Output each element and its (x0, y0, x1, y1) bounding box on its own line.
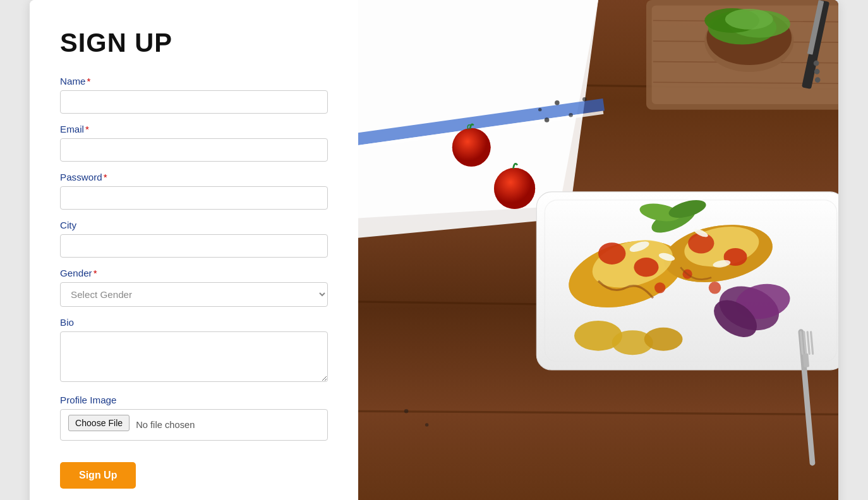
city-input[interactable] (60, 234, 328, 258)
page-title: SIGN UP (60, 28, 328, 58)
form-section: SIGN UP Name* Email* Password* City (30, 0, 358, 500)
svg-point-24 (688, 233, 714, 254)
gender-select[interactable]: Select Gender Male Female Other (60, 282, 328, 307)
profile-image-group: Profile Image Choose File No file chosen (60, 395, 328, 441)
svg-point-32 (654, 282, 665, 293)
choose-file-button[interactable]: Choose File (68, 415, 130, 431)
name-group: Name* (60, 76, 328, 114)
svg-point-13 (494, 168, 535, 209)
svg-point-68 (582, 97, 587, 102)
food-image-section (358, 0, 838, 500)
svg-point-65 (555, 100, 560, 105)
city-group: City (60, 220, 328, 258)
food-image (358, 0, 838, 500)
svg-point-22 (598, 242, 625, 265)
bio-input[interactable] (60, 331, 328, 382)
signup-card: SIGN UP Name* Email* Password* City (30, 0, 838, 500)
svg-point-70 (404, 409, 409, 414)
email-group: Email* (60, 124, 328, 162)
gender-label: Gender* (60, 268, 328, 278)
svg-point-23 (634, 258, 658, 277)
svg-point-41 (644, 328, 683, 351)
file-input-wrapper: Choose File No file chosen (60, 409, 328, 441)
name-input[interactable] (60, 90, 328, 114)
svg-point-11 (452, 128, 491, 167)
city-label: City (60, 220, 328, 230)
email-label: Email* (60, 124, 328, 134)
password-label: Password* (60, 172, 328, 182)
svg-point-71 (425, 423, 428, 426)
password-group: Password* (60, 172, 328, 210)
password-input[interactable] (60, 186, 328, 210)
no-file-text: No file chosen (136, 420, 195, 430)
gender-group: Gender* Select Gender Male Female Other (60, 268, 328, 307)
svg-point-59 (725, 9, 773, 30)
name-label: Name* (60, 76, 328, 86)
svg-point-69 (538, 108, 541, 111)
signup-button[interactable]: Sign Up (60, 462, 136, 489)
svg-point-34 (709, 282, 721, 294)
bio-group: Bio (60, 317, 328, 384)
profile-image-label: Profile Image (60, 395, 328, 405)
svg-point-66 (569, 113, 573, 117)
svg-point-67 (545, 117, 550, 122)
email-input[interactable] (60, 138, 328, 162)
bio-label: Bio (60, 317, 328, 328)
